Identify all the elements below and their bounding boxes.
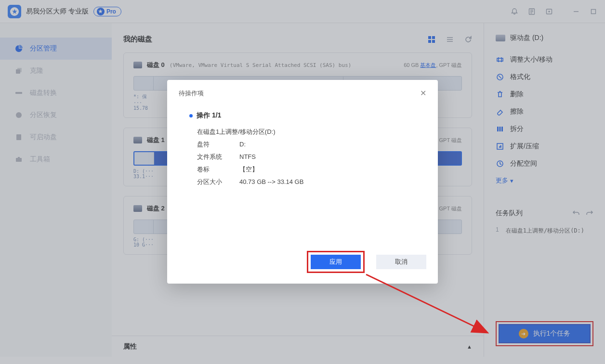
dialog-title: 待操作项 xyxy=(179,89,204,98)
cancel-button[interactable]: 取消 xyxy=(376,255,426,269)
op-summary: 在磁盘1上调整/移动分区(D:) xyxy=(197,126,426,138)
bullet-icon xyxy=(189,114,193,117)
pending-dialog: 待操作项 ✕ 操作 1/1 在磁盘1上调整/移动分区(D:) 盘符D: 文件系统… xyxy=(167,80,438,284)
close-icon[interactable]: ✕ xyxy=(420,89,426,98)
modal-overlay: 待操作项 ✕ 操作 1/1 在磁盘1上调整/移动分区(D:) 盘符D: 文件系统… xyxy=(0,0,605,364)
apply-highlight: 应用 xyxy=(307,251,365,273)
apply-button[interactable]: 应用 xyxy=(311,255,361,269)
